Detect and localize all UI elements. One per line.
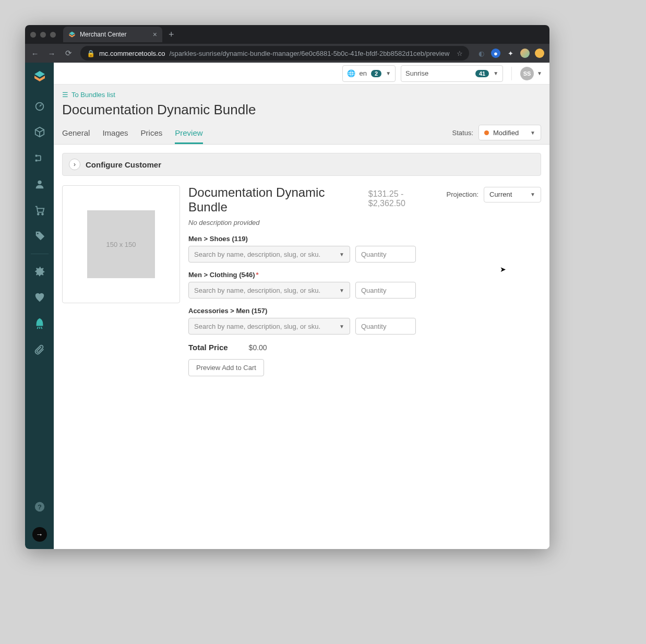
svg-point-8: [37, 213, 39, 215]
sidebar-item-orders[interactable]: [25, 197, 54, 223]
globe-icon: 🌐: [347, 69, 355, 77]
url-host: mc.commercetools.co: [99, 50, 165, 57]
new-tab-button[interactable]: +: [169, 29, 174, 40]
breadcrumb[interactable]: ☰ To Bundles list: [54, 85, 549, 102]
chevron-down-icon: ▼: [493, 70, 498, 76]
price-range: $131.25 - $2,362.50: [368, 189, 441, 208]
avatar: SS: [520, 67, 534, 80]
app-logo[interactable]: [30, 67, 49, 86]
svg-text:?: ?: [38, 503, 42, 511]
traffic-close[interactable]: [30, 32, 36, 38]
sidebar-item-launch[interactable]: [25, 311, 54, 337]
no-description: No description provided: [188, 219, 541, 226]
bookmark-icon[interactable]: ☆: [457, 50, 463, 57]
qty-placeholder: Quantity: [361, 323, 386, 330]
list-icon: ☰: [62, 91, 68, 99]
profile-icon[interactable]: [520, 49, 530, 58]
category-search-input[interactable]: Search by name, description, slug, or sk…: [188, 318, 350, 335]
user-menu[interactable]: SS ▼: [520, 67, 542, 80]
extensions-icon[interactable]: ✦: [506, 49, 515, 58]
browser-titlebar: Merchant Center × +: [25, 25, 549, 44]
sidebar-item-customers[interactable]: [25, 171, 54, 197]
browser-window: Merchant Center × + ← → ⟳ 🔒 mc.commercet…: [25, 25, 549, 549]
chevron-down-icon: ▼: [339, 252, 344, 257]
sidebar-item-categories[interactable]: [25, 145, 54, 171]
total-label: Total Price: [188, 343, 228, 352]
category-label: Men > Clothing (546): [188, 271, 255, 279]
sidebar-item-attach[interactable]: [25, 337, 54, 363]
svg-point-9: [42, 213, 43, 215]
sidebar-item-settings[interactable]: [25, 258, 54, 284]
sidebar-item-discounts[interactable]: [25, 223, 54, 249]
image-placeholder: 150 x 150: [87, 210, 155, 278]
traffic-max[interactable]: [50, 32, 56, 38]
projection-selector[interactable]: Current ▼: [484, 187, 541, 202]
sidebar-item-products[interactable]: [25, 119, 54, 145]
svg-rect-5: [35, 155, 37, 157]
cursor-icon: ➤: [500, 265, 506, 273]
search-placeholder: Search by name, description, slug, or sk…: [194, 287, 320, 294]
page-tabs: General Images Prices Preview Status: Mo…: [54, 124, 549, 145]
tab-general[interactable]: General: [62, 124, 90, 144]
project-value: Sunrise: [405, 69, 428, 77]
category-search-input[interactable]: Search by name, description, slug, or sk…: [188, 246, 350, 263]
chevron-down-icon: ▼: [537, 70, 542, 76]
project-badge: 41: [475, 70, 489, 77]
tab-preview[interactable]: Preview: [175, 124, 202, 144]
quantity-input[interactable]: Quantity: [355, 282, 416, 299]
configure-customer-panel[interactable]: › Configure Customer: [62, 153, 541, 176]
browser-tab[interactable]: Merchant Center ×: [63, 27, 162, 42]
total-row: Total Price $0.00: [188, 343, 541, 352]
forward-button[interactable]: →: [47, 49, 56, 58]
page-title: Documentation Dynamic Bundle: [54, 102, 549, 124]
status-selector[interactable]: Modified ▼: [478, 125, 541, 140]
app-main: 🌐 en 2 ▼ Sunrise 41 ▼ SS ▼: [54, 63, 549, 549]
svg-rect-6: [35, 160, 37, 162]
expand-sidebar-button[interactable]: →: [32, 527, 47, 542]
breadcrumb-label: To Bundles list: [71, 91, 115, 99]
chevron-down-icon: ▼: [386, 70, 391, 76]
status-label: Status:: [452, 129, 473, 137]
close-icon[interactable]: ×: [153, 30, 157, 39]
traffic-min[interactable]: [40, 32, 46, 38]
reload-button[interactable]: ⟳: [64, 49, 73, 58]
quantity-input[interactable]: Quantity: [355, 246, 416, 263]
tab-images[interactable]: Images: [102, 124, 128, 144]
language-selector[interactable]: 🌐 en 2 ▼: [342, 65, 396, 82]
category-search-input[interactable]: Search by name, description, slug, or sk…: [188, 282, 350, 299]
chevron-right-icon[interactable]: ›: [69, 159, 80, 170]
app-shell: ? → 🌐 en 2 ▼ Sunrise 41 ▼ SS: [25, 63, 549, 549]
projection-label: Projection:: [447, 190, 478, 198]
ext-icon-1[interactable]: ◐: [476, 49, 486, 58]
svg-marker-0: [69, 31, 75, 35]
window-controls[interactable]: [30, 32, 56, 38]
chevron-down-icon: ▼: [530, 130, 535, 136]
ext-icon-2[interactable]: ●: [491, 49, 500, 58]
category-row-2: Accessories > Men (157) Search by name, …: [188, 307, 541, 335]
detail-panel: Documentation Dynamic Bundle $131.25 - $…: [188, 185, 541, 376]
svg-point-7: [38, 181, 41, 184]
status-dot-icon: [484, 130, 489, 135]
url-path: /sparkles-sunrise/dynamic-bundle-manager…: [169, 50, 449, 57]
sidebar-item-favorites[interactable]: [25, 284, 54, 311]
chevron-down-icon: ▼: [339, 288, 344, 293]
sidebar-item-dashboard[interactable]: [25, 93, 54, 119]
category-row-0: Men > Shoes (119) Search by name, descri…: [188, 235, 541, 263]
status-value: Modified: [493, 129, 519, 137]
quantity-input[interactable]: Quantity: [355, 318, 416, 335]
qty-placeholder: Quantity: [361, 251, 386, 258]
back-button[interactable]: ←: [30, 49, 40, 58]
sidebar-item-help[interactable]: ?: [25, 494, 54, 520]
search-placeholder: Search by name, description, slug, or sk…: [194, 251, 320, 258]
chevron-down-icon: ▼: [530, 192, 535, 197]
favicon-icon: [68, 31, 76, 38]
extensions: ◐ ● ✦: [476, 49, 544, 58]
language-value: en: [360, 69, 367, 77]
url-bar[interactable]: 🔒 mc.commercetools.co /sparkles-sunrise/…: [80, 46, 469, 61]
project-selector[interactable]: Sunrise 41 ▼: [401, 65, 503, 82]
detail-title: Documentation Dynamic Bundle: [188, 185, 363, 214]
ext-icon-3[interactable]: [535, 49, 544, 58]
preview-add-to-cart-button[interactable]: Preview Add to Cart: [188, 359, 264, 376]
tab-prices[interactable]: Prices: [141, 124, 163, 144]
category-label: Accessories > Men (157): [188, 307, 267, 315]
